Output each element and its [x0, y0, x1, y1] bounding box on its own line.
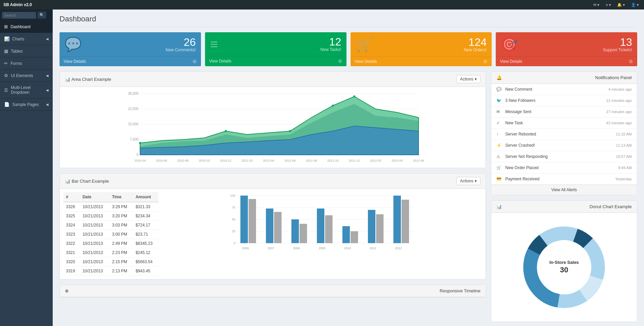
svg-text:2011-12: 2011-12: [349, 159, 360, 162]
bar-chart-title-icon: 📊: [65, 77, 70, 82]
svg-text:2012-02: 2012-02: [370, 159, 381, 162]
tasks-view-details[interactable]: View Details: [209, 59, 232, 64]
sidebar-item-sample[interactable]: 📄 Sample Pages ◀: [0, 98, 53, 111]
col-header-time: Time: [109, 192, 133, 202]
table-cell-0: 3324: [63, 221, 80, 230]
tickets-view-details[interactable]: View Details: [500, 59, 522, 64]
sidebar-link-sample[interactable]: 📄 Sample Pages ◀: [0, 98, 53, 110]
sidebar-label-charts: Charts: [12, 37, 24, 41]
notification-item: 💬 New Comment 4 minutes ago: [491, 84, 637, 95]
stat-box-bottom-orders[interactable]: View Details ⚙: [351, 56, 492, 66]
tasks-label: New Tasks!: [320, 47, 341, 52]
sidebar-label-multilevel: Multi-Level Dropdown: [11, 85, 43, 95]
tables-icon: ▦: [4, 49, 8, 54]
area-point: [289, 130, 291, 132]
area-chart-actions-button[interactable]: Actions ▾: [456, 75, 480, 83]
svg-text:2011-10: 2011-10: [327, 159, 338, 162]
table-cell-3: $724.17: [133, 221, 158, 230]
donut-chart-svg: In-Store Sales 30: [516, 220, 612, 315]
tasks-count: 12: [320, 36, 341, 47]
sidebar-link-tables[interactable]: ▦ Tables: [0, 45, 53, 57]
table-cell-0: 3326: [63, 202, 80, 212]
stat-numbers-comments: 26 New Comments!: [166, 37, 196, 52]
table-cell-3: $23.71: [133, 230, 158, 239]
search-input[interactable]: [2, 12, 36, 19]
timeline-title: Responsive Timeline: [440, 288, 480, 293]
stat-box-orders[interactable]: 🛒 124 New Orders! View Details ⚙: [351, 32, 492, 66]
table-cell-1: 10/21/2013: [80, 257, 109, 267]
notif-text: 3 New Followers: [505, 98, 536, 103]
user-icon[interactable]: 👤 ▾: [629, 2, 641, 8]
bar-2010-blue: [342, 226, 350, 243]
sidebar-link-forms[interactable]: ✏ Forms: [0, 57, 53, 69]
table-cell-0: 3325: [63, 212, 80, 221]
notif-time: 27 minutes ago: [606, 110, 632, 114]
sidebar-link-multilevel[interactable]: ☰ Multi-Level Dropdown ◀: [0, 82, 53, 98]
notif-type-icon: ↑: [496, 132, 503, 137]
sidebar-label-dashboard: Dashboard: [11, 24, 31, 29]
area-chart-title: 📊 Area Chart Example: [65, 77, 111, 82]
tasks-icon: ≡: [210, 37, 218, 52]
notif-left: 💳 Payment Received: [496, 177, 540, 181]
bar-chart-actions-button[interactable]: Actions ▾: [456, 177, 480, 185]
area-chart-heading: 📊 Area Chart Example Actions ▾: [60, 72, 486, 87]
stat-box-tickets[interactable]: 🎯 13 Support Tickets! View Details ⚙: [496, 32, 637, 66]
chevron-multilevel-icon: ◀: [46, 88, 49, 92]
bar-2008-gray: [300, 224, 307, 243]
sidebar-item-charts[interactable]: 📊 Charts ◀: [0, 33, 53, 45]
comments-view-details[interactable]: View Details: [64, 59, 86, 64]
notif-time: 12 minutes ago: [606, 98, 632, 103]
table-cell-2: 3:03 PM: [109, 221, 133, 230]
table-row: 332410/21/20133:03 PM$724.17: [63, 221, 158, 230]
table-cell-1: 10/21/2013: [80, 230, 109, 239]
comments-count: 26: [166, 37, 196, 48]
sidebar: 🔍 ⊞ Dashboard 📊 Charts ◀ ▦ Tables: [0, 10, 53, 326]
area-point: [353, 95, 355, 97]
sidebar-link-dashboard[interactable]: ⊞ Dashboard: [0, 21, 53, 33]
sidebar-item-dashboard[interactable]: ⊞ Dashboard: [0, 21, 53, 33]
email-icon[interactable]: ✉ ▾: [592, 2, 601, 8]
table-row: 332510/21/20133:20 PM$234.34: [63, 212, 158, 221]
table-cell-1: 10/21/2013: [80, 239, 109, 248]
svg-text:2009: 2009: [319, 247, 325, 250]
table-cell-1: 10/21/2013: [80, 202, 109, 212]
bar-2010-gray: [351, 231, 358, 243]
area-point: [332, 105, 334, 107]
search-button[interactable]: 🔍: [37, 12, 46, 19]
svg-text:0: 0: [234, 241, 235, 245]
menu-icon[interactable]: ≡ ▾: [604, 2, 612, 8]
stat-box-bottom-comments[interactable]: View Details ⚙: [60, 56, 201, 66]
view-all-alerts-button[interactable]: View All Alerts: [491, 184, 637, 195]
table-cell-1: 10/21/2013: [80, 221, 109, 230]
bar-chart-title-text: Bar Chart Example: [72, 179, 109, 184]
table-cell-2: 3:00 PM: [109, 230, 133, 239]
notification-item: ✉ Message Sent 27 minutes ago: [491, 106, 637, 117]
sidebar-link-ui[interactable]: ⚙ UI Elements ◀: [0, 70, 53, 82]
sidebar-link-charts[interactable]: 📊 Charts ◀: [0, 33, 53, 45]
notif-time: 9:49 AM: [618, 166, 632, 170]
table-row: 331910/21/20132:13 PM$943.45: [63, 267, 158, 276]
bell-icon[interactable]: 🔔 ▾: [615, 2, 627, 8]
notifications-heading: 🔔 Notifications Panel: [491, 72, 637, 84]
topbar: SB Admin v2.0 ✉ ▾ ≡ ▾ 🔔 ▾ 👤 ▾: [0, 0, 644, 10]
stat-box-tasks[interactable]: ≡ 12 New Tasks! View Details ⚙: [205, 32, 346, 66]
sidebar-item-forms[interactable]: ✏ Forms: [0, 57, 53, 70]
notifications-panel: 🔔 Notifications Panel 💬 New Comment 4 mi…: [491, 71, 637, 195]
orders-view-details[interactable]: View Details: [355, 59, 377, 64]
notification-item: ✓ New Task 43 minutes ago: [491, 117, 637, 129]
bell-header-icon: 🔔: [496, 75, 502, 80]
sidebar-item-tables[interactable]: ▦ Tables: [0, 45, 53, 57]
main-content: Dashboard 💬 26 New Comments! View Detail…: [53, 10, 644, 326]
table-cell-2: 2:23 PM: [109, 248, 133, 257]
comments-label: New Comments!: [166, 48, 196, 52]
donut-chart-panel: 📊 Donut Chart Example: [491, 200, 637, 322]
bar-chart-actions-label: Actions: [460, 179, 473, 183]
stat-box-bottom-tasks[interactable]: View Details ⚙: [205, 56, 346, 66]
stat-box-bottom-tickets[interactable]: View Details ⚙: [496, 56, 637, 66]
topbar-actions: ✉ ▾ ≡ ▾ 🔔 ▾ 👤 ▾: [592, 2, 641, 8]
sidebar-item-multilevel[interactable]: ☰ Multi-Level Dropdown ◀: [0, 82, 53, 98]
table-cell-0: 3320: [63, 257, 80, 267]
stat-box-comments[interactable]: 💬 26 New Comments! View Details ⚙: [60, 32, 201, 66]
table-cell-0: 3321: [63, 248, 80, 257]
sidebar-item-ui[interactable]: ⚙ UI Elements ◀: [0, 70, 53, 82]
